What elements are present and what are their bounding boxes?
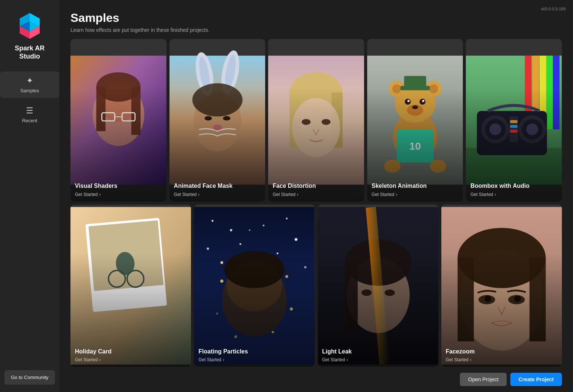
card-facezoom-overlay: Facezoom Get Started › <box>441 205 562 367</box>
card-light-leak-title: Light Leak <box>322 348 434 355</box>
card-visual-shaders-overlay: Visual Shaders Get Started › <box>70 39 167 202</box>
card-floating-particles-title: Floating Particles <box>198 348 310 355</box>
card-light-leak-overlay: Light Leak Get Started › <box>318 205 438 367</box>
samples-icon: ✦ <box>26 76 33 86</box>
card-light-leak[interactable]: Light Leak Get Started › <box>318 205 438 367</box>
recent-icon: ☰ <box>26 106 33 116</box>
sidebar-item-recent[interactable]: ☰ Recent <box>0 102 59 128</box>
page-subtitle: Learn how effects are put together in th… <box>70 27 562 33</box>
card-visual-shaders-cta[interactable]: Get Started › <box>75 192 162 197</box>
arrow-icon: › <box>346 357 348 362</box>
card-holiday-card[interactable]: Holiday Card Get Started › <box>70 205 191 367</box>
card-light-leak-cta[interactable]: Get Started › <box>322 357 434 362</box>
bottom-bar: Open Project Create Project <box>70 367 562 392</box>
card-skeleton-animation[interactable]: 10 <box>367 39 463 202</box>
card-holiday-card-title: Holiday Card <box>75 348 187 355</box>
arrow-icon: › <box>99 357 101 362</box>
card-skeleton-animation-cta[interactable]: Get Started › <box>372 192 459 197</box>
spark-ar-logo <box>17 11 43 41</box>
card-holiday-card-overlay: Holiday Card Get Started › <box>70 205 191 367</box>
recent-label: Recent <box>22 118 37 123</box>
samples-label: Samples <box>20 88 39 93</box>
card-floating-particles-cta[interactable]: Get Started › <box>198 357 310 362</box>
card-boombox-audio-cta[interactable]: Get Started › <box>470 192 557 197</box>
main-content: v69.0.0.9.189 Samples Learn how effects … <box>59 0 573 392</box>
card-facezoom-cta[interactable]: Get Started › <box>446 357 557 362</box>
open-project-button[interactable]: Open Project <box>460 373 507 386</box>
card-skeleton-animation-title: Skeleton Animation <box>372 182 459 189</box>
card-face-distortion-overlay: Face Distortion Get Started › <box>268 39 364 202</box>
card-boombox-audio-title: Boombox with Audio <box>470 182 557 189</box>
logo-area: Spark AR Studio <box>15 11 45 60</box>
page-title: Samples <box>70 11 562 25</box>
card-animated-face-mask-overlay: Animated Face Mask Get Started › <box>169 39 266 202</box>
arrow-icon: › <box>297 192 299 197</box>
card-facezoom[interactable]: Facezoom Get Started › <box>441 205 562 367</box>
card-animated-face-mask-cta[interactable]: Get Started › <box>174 192 261 197</box>
card-face-distortion-title: Face Distortion <box>273 182 360 189</box>
app-name: Spark AR Studio <box>15 44 45 60</box>
bottom-section: Go to Community <box>0 363 59 392</box>
card-visual-shaders-title: Visual Shaders <box>75 182 162 189</box>
card-floating-particles-overlay: Floating Particles Get Started › <box>194 205 315 367</box>
arrow-icon: › <box>470 357 471 362</box>
version-tag: v69.0.0.9.189 <box>541 7 566 11</box>
arrow-icon: › <box>223 357 224 362</box>
arrow-icon: › <box>396 192 397 197</box>
create-project-button[interactable]: Create Project <box>510 373 562 386</box>
card-facezoom-title: Facezoom <box>446 348 557 355</box>
arrow-icon: › <box>198 192 200 197</box>
page-header: Samples Learn how effects are put togeth… <box>70 11 562 33</box>
arrow-icon: › <box>495 192 496 197</box>
card-floating-particles[interactable]: Floating Particles Get Started › <box>194 205 315 367</box>
card-holiday-card-cta[interactable]: Get Started › <box>75 357 187 362</box>
nav-section: ✦ Samples ☰ Recent <box>0 72 59 128</box>
card-animated-face-mask-title: Animated Face Mask <box>174 182 261 189</box>
card-animated-face-mask[interactable]: Animated Face Mask Get Started › <box>169 39 266 202</box>
card-face-distortion-cta[interactable]: Get Started › <box>273 192 360 197</box>
samples-row2: Holiday Card Get Started › <box>70 205 562 367</box>
card-visual-shaders[interactable]: Visual Shaders Get Started › <box>70 39 167 202</box>
card-skeleton-animation-overlay: Skeleton Animation Get Started › <box>367 39 463 202</box>
card-boombox-audio-overlay: Boombox with Audio Get Started › <box>466 39 562 202</box>
sidebar-item-samples[interactable]: ✦ Samples <box>0 72 59 98</box>
go-community-button[interactable]: Go to Community <box>4 370 55 385</box>
card-boombox-audio[interactable]: Boombox with Audio Get Started › <box>466 39 562 202</box>
samples-row1: Visual Shaders Get Started › <box>70 39 562 202</box>
arrow-icon: › <box>99 192 101 197</box>
grid-wrapper: Visual Shaders Get Started › <box>70 39 562 367</box>
card-face-distortion[interactable]: Face Distortion Get Started › <box>268 39 364 202</box>
sidebar: Spark AR Studio ✦ Samples ☰ Recent Go to… <box>0 0 59 392</box>
